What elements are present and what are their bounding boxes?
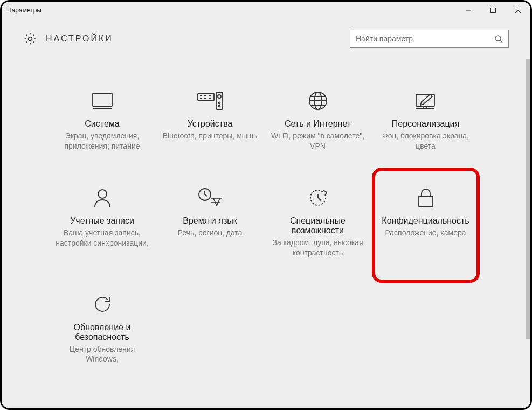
search-box[interactable] — [350, 30, 509, 48]
svg-point-12 — [98, 190, 107, 198]
tile-desc: За кадром, лупа, высокая контрастность — [267, 238, 369, 258]
globe-icon — [267, 90, 369, 112]
tile-title: Специальные возможности — [267, 216, 369, 235]
lock-icon — [378, 187, 473, 209]
svg-point-8 — [218, 106, 220, 107]
display-icon — [52, 90, 153, 112]
scrollbar-thumb[interactable] — [526, 59, 530, 339]
settings-window: Параметры НАСТРОЙКИ — [2, 2, 530, 408]
tile-title: Устройства — [160, 119, 261, 129]
svg-rect-0 — [491, 8, 496, 13]
search-input[interactable] — [356, 34, 494, 43]
titlebar: Параметры — [2, 2, 530, 19]
personalization-icon — [375, 90, 476, 112]
devices-icon — [160, 90, 261, 112]
search-icon — [494, 34, 503, 43]
tile-desc: Wi-Fi, режим "в самолете", VPN — [267, 131, 369, 151]
tile-desc: Расположение, камера — [378, 228, 473, 238]
maximize-button[interactable] — [481, 2, 506, 19]
tile-desc: Экран, уведомления, приложения; питание — [52, 131, 153, 151]
window-title: Параметры — [7, 6, 456, 14]
svg-point-6 — [218, 95, 221, 98]
tiles-grid: Система Экран, уведомления, приложения; … — [2, 53, 526, 390]
person-icon — [52, 187, 153, 209]
window-controls — [456, 2, 530, 19]
tile-update[interactable]: Обновление и безопасность Центр обновлен… — [49, 289, 156, 369]
minimize-button[interactable] — [456, 2, 481, 19]
tile-ease[interactable]: Специальные возможности За кадром, лупа,… — [264, 183, 372, 262]
tile-personalization[interactable]: Персонализация Фон, блокировка экрана, ц… — [372, 86, 480, 156]
tile-network[interactable]: Сеть и Интернет Wi-Fi, режим "в самолете… — [264, 86, 372, 156]
close-button[interactable] — [506, 2, 530, 19]
tile-devices[interactable]: Устройства Bluetooth, принтеры, мышь — [156, 86, 264, 156]
page-title: НАСТРОЙКИ — [46, 34, 350, 44]
tile-title: Обновление и безопасность — [52, 323, 153, 342]
tile-timelang[interactable]: Время и язык Речь, регион, дата — [156, 183, 264, 262]
svg-rect-14 — [419, 196, 433, 207]
update-icon — [52, 294, 153, 315]
tile-desc: Речь, регион, дата — [160, 228, 261, 238]
scrollbar[interactable] — [526, 53, 530, 408]
tile-desc: Центр обновления Windows, — [52, 344, 153, 365]
content-area: Система Экран, уведомления, приложения; … — [2, 53, 530, 408]
tile-accounts[interactable]: Учетные записи Ваша учетная запись, наст… — [49, 183, 156, 262]
tile-title: Конфиденциальность — [378, 216, 473, 226]
svg-point-1 — [29, 37, 32, 41]
tile-title: Учетные записи — [52, 216, 153, 226]
gear-icon — [23, 32, 37, 46]
tile-title: Время и язык — [160, 216, 261, 226]
svg-point-2 — [495, 36, 501, 41]
tile-privacy[interactable]: Конфиденциальность Расположение, камера — [372, 168, 480, 283]
svg-rect-3 — [93, 93, 112, 106]
header: НАСТРОЙКИ — [2, 19, 530, 53]
tile-system[interactable]: Система Экран, уведомления, приложения; … — [49, 86, 156, 156]
svg-point-7 — [218, 102, 220, 104]
svg-rect-4 — [198, 93, 214, 101]
tile-title: Система — [52, 119, 153, 129]
scroll-area: Система Экран, уведомления, приложения; … — [2, 53, 526, 408]
ease-of-access-icon — [267, 187, 369, 209]
tile-title: Персонализация — [375, 119, 476, 129]
time-language-icon — [160, 187, 261, 209]
tile-title: Сеть и Интернет — [267, 119, 369, 129]
tile-desc: Bluetooth, принтеры, мышь — [160, 131, 261, 141]
tile-desc: Ваша учетная запись, настройки синхрониз… — [52, 228, 153, 248]
tile-desc: Фон, блокировка экрана, цвета — [375, 131, 476, 151]
